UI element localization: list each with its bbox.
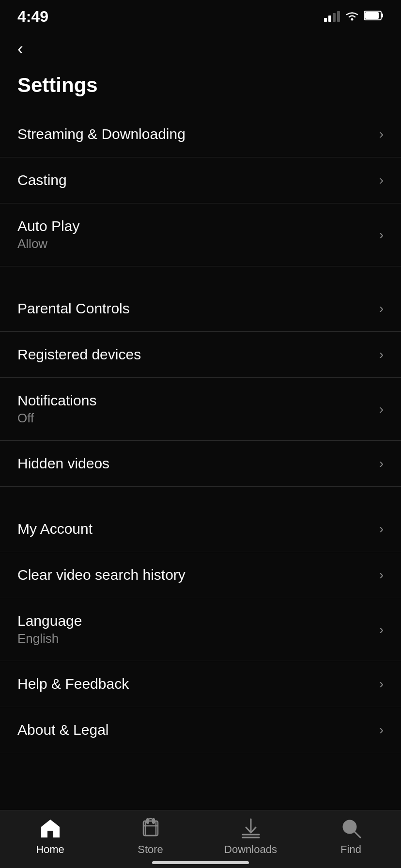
- chevron-right-icon: ›: [379, 126, 384, 142]
- settings-item-language[interactable]: Language English ›: [0, 598, 401, 661]
- svg-point-0: [351, 18, 354, 21]
- settings-item-hidden-videos[interactable]: Hidden videos ›: [0, 441, 401, 487]
- settings-item-casting[interactable]: Casting ›: [0, 157, 401, 203]
- nav-store-label: Store: [138, 843, 163, 856]
- my-account-label: My Account: [17, 521, 93, 537]
- status-time: 4:49: [17, 8, 48, 26]
- settings-item-parental-controls[interactable]: Parental Controls ›: [0, 286, 401, 332]
- settings-item-streaming-downloading[interactable]: Streaming & Downloading ›: [0, 111, 401, 157]
- settings-section-3: My Account › Clear video search history …: [0, 506, 401, 753]
- home-indicator: [152, 861, 249, 864]
- chevron-right-icon: ›: [379, 347, 384, 362]
- chevron-right-icon: ›: [379, 301, 384, 316]
- settings-item-about-legal[interactable]: About & Legal ›: [0, 707, 401, 753]
- casting-label: Casting: [17, 172, 67, 188]
- chevron-right-icon: ›: [379, 622, 384, 637]
- hidden-videos-label: Hidden videos: [17, 455, 109, 472]
- signal-icon: [324, 11, 340, 22]
- settings-item-notifications[interactable]: Notifications Off ›: [0, 378, 401, 441]
- nav-home-label: Home: [36, 843, 64, 856]
- page-title: Settings: [0, 64, 401, 111]
- home-icon: [38, 816, 62, 840]
- streaming-downloading-label: Streaming & Downloading: [17, 126, 185, 142]
- settings-item-auto-play[interactable]: Auto Play Allow ›: [0, 203, 401, 266]
- registered-devices-label: Registered devices: [17, 346, 141, 363]
- svg-rect-2: [381, 14, 383, 17]
- auto-play-label: Auto Play: [17, 218, 79, 234]
- downloads-icon: [239, 816, 263, 840]
- about-legal-label: About & Legal: [17, 722, 108, 738]
- clear-video-search-history-label: Clear video search history: [17, 567, 185, 583]
- parental-controls-label: Parental Controls: [17, 300, 130, 317]
- status-bar: 4:49: [0, 0, 401, 29]
- nav-find-label: Find: [340, 843, 361, 856]
- status-icons: [324, 10, 384, 23]
- find-icon: [339, 816, 363, 840]
- nav-item-home[interactable]: Home: [0, 816, 100, 856]
- settings-item-my-account[interactable]: My Account ›: [0, 506, 401, 552]
- settings-section-2: Parental Controls › Registered devices ›…: [0, 286, 401, 487]
- nav-item-store[interactable]: Store: [100, 816, 200, 856]
- language-sublabel: English: [17, 631, 82, 646]
- auto-play-sublabel: Allow: [17, 236, 79, 251]
- battery-icon: [364, 10, 384, 23]
- chevron-right-icon: ›: [379, 676, 384, 692]
- language-label: Language: [17, 613, 82, 629]
- content-area: Streaming & Downloading › Casting › Auto…: [0, 111, 401, 836]
- back-arrow[interactable]: ‹: [17, 39, 23, 59]
- bottom-nav: Home Store Downloads: [0, 810, 401, 868]
- chevron-right-icon: ›: [379, 567, 384, 583]
- chevron-right-icon: ›: [379, 227, 384, 243]
- chevron-right-icon: ›: [379, 402, 384, 417]
- help-feedback-label: Help & Feedback: [17, 676, 129, 692]
- nav-downloads-label: Downloads: [224, 843, 277, 856]
- back-button[interactable]: ‹: [0, 29, 401, 64]
- settings-item-help-feedback[interactable]: Help & Feedback ›: [0, 661, 401, 707]
- chevron-right-icon: ›: [379, 172, 384, 188]
- chevron-right-icon: ›: [379, 521, 384, 537]
- chevron-right-icon: ›: [379, 456, 384, 471]
- notifications-label: Notifications: [17, 392, 96, 409]
- notifications-sublabel: Off: [17, 411, 96, 426]
- nav-item-find[interactable]: Find: [301, 816, 401, 856]
- settings-section-1: Streaming & Downloading › Casting › Auto…: [0, 111, 401, 266]
- settings-item-registered-devices[interactable]: Registered devices ›: [0, 332, 401, 378]
- settings-item-clear-video-search-history[interactable]: Clear video search history ›: [0, 552, 401, 598]
- store-icon: [139, 816, 163, 840]
- svg-rect-3: [365, 12, 379, 19]
- nav-item-downloads[interactable]: Downloads: [200, 816, 301, 856]
- chevron-right-icon: ›: [379, 722, 384, 738]
- wifi-icon: [345, 10, 359, 23]
